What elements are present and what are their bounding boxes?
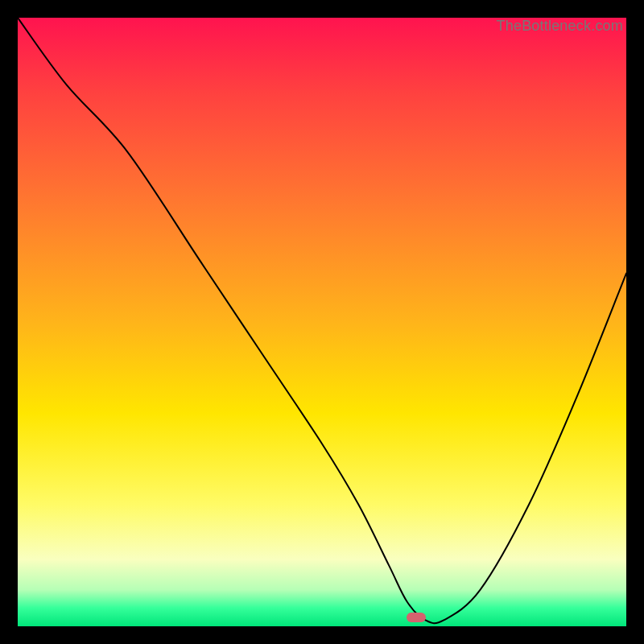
bottleneck-line xyxy=(18,18,626,626)
optimal-marker xyxy=(407,613,426,622)
watermark-text: TheBottleneck.com xyxy=(497,18,623,35)
plot-area: TheBottleneck.com xyxy=(16,16,628,628)
chart-frame: TheBottleneck.com xyxy=(0,0,644,644)
